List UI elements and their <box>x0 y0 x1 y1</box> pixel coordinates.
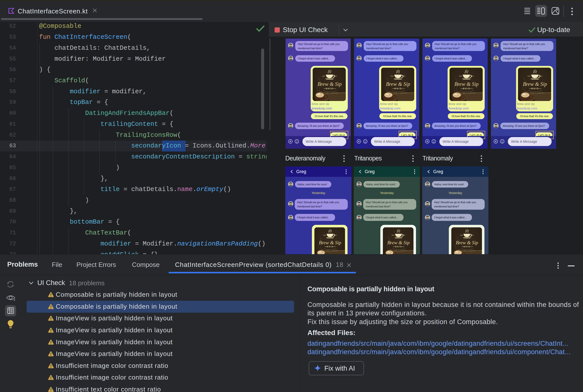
svg-text:Brew & Sip: Brew & Sip <box>523 81 547 87</box>
svg-text:Brew & Sip: Brew & Sip <box>454 81 478 87</box>
svg-text:Brew & Sip: Brew & Sip <box>319 240 341 245</box>
svg-text:Brew & Sip: Brew & Sip <box>387 240 410 245</box>
svg-text:Brew & Sip: Brew & Sip <box>317 81 342 87</box>
svg-text:Brew & Sip: Brew & Sip <box>456 240 478 245</box>
svg-text:Brew & Sip: Brew & Sip <box>386 81 410 87</box>
